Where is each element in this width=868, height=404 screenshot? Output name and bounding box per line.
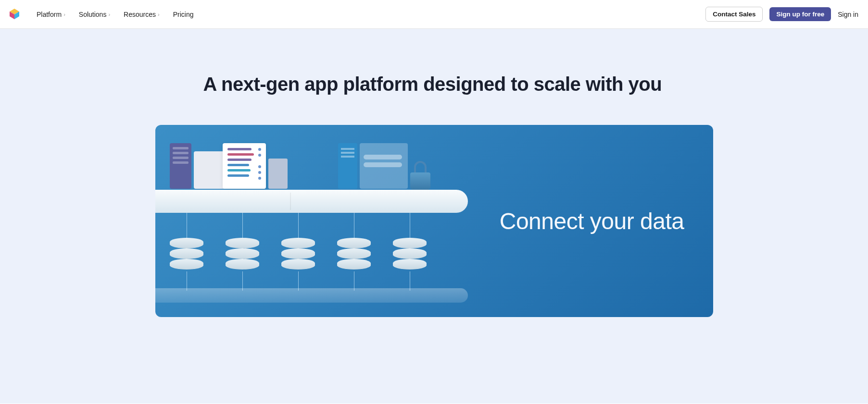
nav-label: Solutions xyxy=(79,11,107,18)
nav-left: Platform › Solutions › Resources › Prici… xyxy=(10,9,193,20)
chevron-right-icon: › xyxy=(108,12,110,17)
document-icon xyxy=(223,143,266,189)
main-navbar: Platform › Solutions › Resources › Prici… xyxy=(0,0,868,29)
database-icon xyxy=(337,238,371,271)
nav-item-solutions[interactable]: Solutions › xyxy=(79,11,110,18)
feature-card: Connect your data xyxy=(155,125,713,317)
nav-item-pricing[interactable]: Pricing xyxy=(173,11,194,18)
lightblue-panel-icon xyxy=(360,143,408,189)
database-icon xyxy=(393,238,427,271)
chevron-right-icon: › xyxy=(158,12,160,17)
shelf-icon xyxy=(155,190,468,213)
database-icon xyxy=(281,238,315,271)
blue-panel-icon xyxy=(338,143,357,189)
contact-sales-button[interactable]: Contact Sales xyxy=(705,7,763,22)
nav-label: Platform xyxy=(37,11,62,18)
brand-logo[interactable] xyxy=(10,9,23,20)
database-row xyxy=(170,238,427,271)
sign-in-link[interactable]: Sign in xyxy=(838,11,858,18)
lock-icon xyxy=(410,161,430,189)
feature-tagline: Connect your data xyxy=(500,208,684,234)
hero-content: A next-gen app platform designed to scal… xyxy=(146,72,723,317)
shelf-bottom-icon xyxy=(155,288,468,303)
box-icon xyxy=(268,159,288,189)
nav-items: Platform › Solutions › Resources › Prici… xyxy=(37,11,193,18)
database-icon xyxy=(226,238,259,271)
database-icon xyxy=(170,238,203,271)
panel-icon xyxy=(170,143,191,189)
nav-item-platform[interactable]: Platform › xyxy=(37,11,65,18)
nav-label: Pricing xyxy=(173,11,194,18)
feature-illustration xyxy=(155,125,473,317)
nav-item-resources[interactable]: Resources › xyxy=(124,11,160,18)
hero-section: A next-gen app platform designed to scal… xyxy=(0,29,868,404)
nav-label: Resources xyxy=(124,11,156,18)
sign-up-button[interactable]: Sign up for free xyxy=(769,7,831,21)
hero-title: A next-gen app platform designed to scal… xyxy=(203,72,713,96)
nav-right: Contact Sales Sign up for free Sign in xyxy=(705,7,858,22)
chevron-right-icon: › xyxy=(63,12,65,17)
